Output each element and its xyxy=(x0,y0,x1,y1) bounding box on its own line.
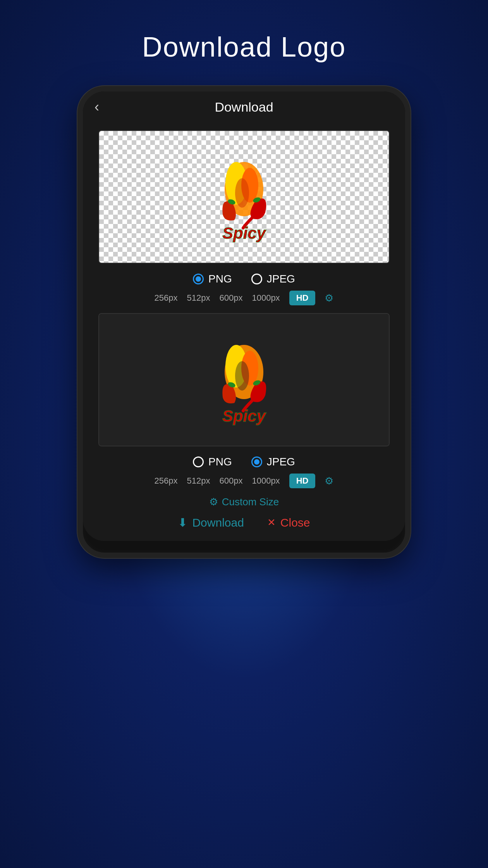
jpeg-label-1: JPEG xyxy=(267,273,295,285)
phone-topbar: ‹ Download xyxy=(83,91,405,122)
size-512-2[interactable]: 512px xyxy=(187,476,210,486)
download-button[interactable]: ⬇ Download xyxy=(178,516,244,529)
png-radio-1[interactable] xyxy=(193,274,204,284)
jpeg-radio-2[interactable] xyxy=(251,456,262,467)
phone-screen: ‹ Download xyxy=(83,91,405,541)
preview-card-2: Spicy Spicy xyxy=(98,313,390,446)
custom-size-row[interactable]: ⚙ Custom Size xyxy=(98,496,390,508)
bottom-actions: ⬇ Download ✕ Close xyxy=(98,516,390,529)
custom-size-icon: ⚙ xyxy=(209,496,218,508)
size-600-2[interactable]: 600px xyxy=(219,476,242,486)
size-1000-2[interactable]: 1000px xyxy=(252,476,280,486)
close-button[interactable]: ✕ Close xyxy=(267,516,310,529)
size-256-2[interactable]: 256px xyxy=(155,476,178,486)
screen-title: Download xyxy=(215,100,273,115)
download-label: Download xyxy=(192,516,244,529)
png-option-1[interactable]: PNG xyxy=(193,273,232,285)
preview-dark-bg: Spicy Spicy xyxy=(99,314,389,446)
format-row-1: PNG JPEG xyxy=(98,273,390,285)
screen-content: Spicy Spicy PNG JPEG 256px 512 xyxy=(83,122,405,541)
logo-image-1: Spicy Spicy xyxy=(201,146,287,247)
close-icon: ✕ xyxy=(267,517,276,529)
close-label: Close xyxy=(280,516,310,529)
size-row-2: 256px 512px 600px 1000px HD ⚙ xyxy=(98,474,390,488)
size-1000-1[interactable]: 1000px xyxy=(252,293,280,303)
svg-point-11 xyxy=(235,361,249,391)
gear-icon-2[interactable]: ⚙ xyxy=(325,475,333,487)
phone-frame: ‹ Download xyxy=(77,86,411,558)
svg-text:Spicy: Spicy xyxy=(222,224,267,242)
back-button[interactable]: ‹ xyxy=(95,99,99,115)
preview-transparent-bg: Spicy Spicy xyxy=(99,131,389,263)
jpeg-label-2: JPEG xyxy=(267,456,295,468)
custom-size-label: Custom Size xyxy=(222,496,279,508)
png-radio-2[interactable] xyxy=(193,456,204,467)
format-row-2: PNG JPEG xyxy=(98,456,390,468)
size-hd-1[interactable]: HD xyxy=(289,291,316,305)
jpeg-option-1[interactable]: JPEG xyxy=(251,273,295,285)
png-label-2: PNG xyxy=(208,456,232,468)
png-option-2[interactable]: PNG xyxy=(193,456,232,468)
page-title: Download Logo xyxy=(142,31,346,63)
size-512-1[interactable]: 512px xyxy=(187,293,210,303)
jpeg-option-2[interactable]: JPEG xyxy=(251,456,295,468)
svg-point-3 xyxy=(235,178,249,208)
gear-icon-1[interactable]: ⚙ xyxy=(325,292,333,304)
size-hd-2[interactable]: HD xyxy=(289,474,316,488)
png-label-1: PNG xyxy=(208,273,232,285)
logo-image-2: Spicy Spicy xyxy=(201,329,287,430)
size-row-1: 256px 512px 600px 1000px HD ⚙ xyxy=(98,291,390,305)
svg-text:Spicy: Spicy xyxy=(222,407,267,425)
size-600-1[interactable]: 600px xyxy=(219,293,242,303)
download-icon: ⬇ xyxy=(178,516,187,529)
preview-card-1: Spicy Spicy xyxy=(98,130,390,264)
size-256-1[interactable]: 256px xyxy=(155,293,178,303)
jpeg-radio-1[interactable] xyxy=(251,274,262,284)
